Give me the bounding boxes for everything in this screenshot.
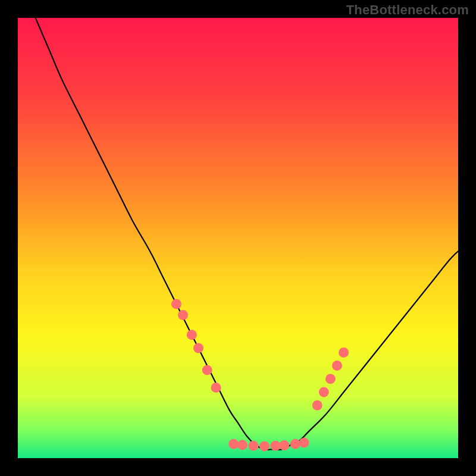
data-marker [178,310,188,320]
data-marker [339,347,349,358]
gradient-background [18,18,458,458]
plot-area [18,18,458,458]
data-marker [187,330,197,340]
data-marker [211,383,221,393]
data-marker [228,439,239,449]
data-marker [193,343,203,353]
data-marker [279,440,289,450]
data-marker [248,441,258,451]
data-marker [259,441,270,452]
data-marker [171,299,181,309]
chart-svg [18,18,458,458]
data-marker [290,439,300,449]
watermark-text: TheBottleneck.com [346,2,469,18]
data-marker [202,365,212,375]
data-marker [270,441,280,451]
data-marker [332,361,342,371]
data-marker [237,440,248,450]
data-marker [299,438,309,448]
data-marker [312,400,322,411]
data-marker [319,387,329,397]
data-marker [325,374,336,384]
chart-container: TheBottleneck.com [0,0,476,476]
